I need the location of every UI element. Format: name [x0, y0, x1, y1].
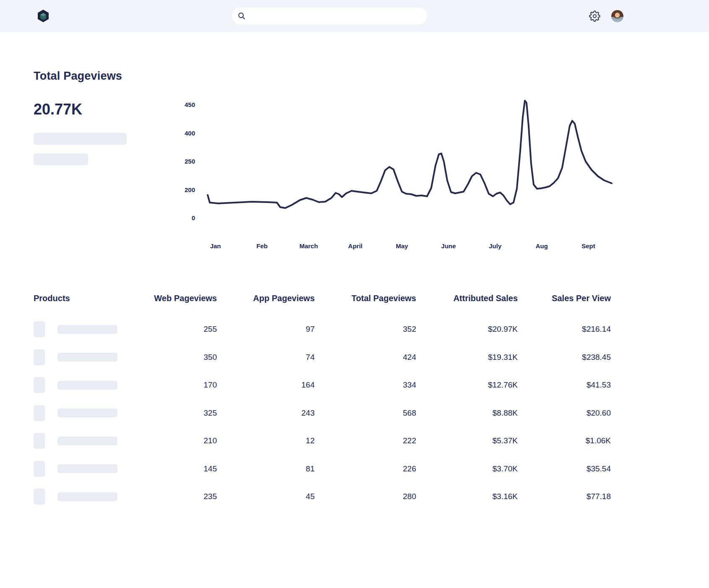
product-thumb-placeholder [34, 377, 45, 393]
topbar [0, 0, 709, 32]
table-row: 35074424$19.31K$238.45 [34, 343, 611, 372]
column-header-sales-per-view: Sales Per View [518, 294, 611, 303]
product-name-placeholder [57, 408, 117, 417]
cell-sales-per-view: $238.45 [518, 353, 611, 362]
column-header-attributed-sales: Attributed Sales [416, 294, 518, 303]
product-cell [34, 349, 117, 365]
column-header-web-pageviews: Web Pageviews [117, 294, 217, 303]
product-name-placeholder [57, 464, 117, 473]
cell-total-pageviews: 424 [315, 353, 416, 362]
cell-app-pageviews: 81 [217, 464, 315, 474]
product-thumb-placeholder [34, 405, 45, 421]
cell-web-pageviews: 235 [117, 492, 217, 501]
column-header-products: Products [34, 294, 117, 303]
product-name-placeholder [57, 325, 117, 334]
y-tick-label: 450 [185, 101, 195, 108]
pageviews-line [208, 101, 612, 208]
search-icon [238, 12, 245, 20]
cell-total-pageviews: 280 [315, 492, 416, 501]
search-input[interactable] [249, 8, 421, 24]
table-row: 14581226$3.70K$35.54 [34, 455, 611, 483]
text-placeholder-1 [34, 133, 127, 145]
cell-total-pageviews: 334 [315, 380, 416, 390]
product-cell [34, 405, 117, 421]
y-tick-label: 200 [185, 187, 195, 193]
y-tick-label: 250 [185, 158, 195, 165]
cell-attributed-sales: $8.88K [416, 408, 518, 418]
text-placeholder-2 [34, 154, 88, 165]
cell-app-pageviews: 74 [217, 353, 315, 362]
cell-sales-per-view: $35.54 [518, 464, 611, 474]
cell-attributed-sales: $3.70K [416, 464, 518, 474]
cell-attributed-sales: $20.97K [416, 325, 518, 334]
x-tick-label: May [378, 242, 425, 250]
column-header-app-pageviews: App Pageviews [217, 294, 315, 303]
cell-total-pageviews: 226 [315, 464, 416, 474]
cell-sales-per-view: $216.14 [518, 325, 611, 334]
cell-sales-per-view: $20.60 [518, 408, 611, 418]
search-bar [232, 8, 427, 24]
table-body: 25597352$20.97K$216.1435074424$19.31K$23… [34, 315, 611, 511]
table-header-row: ProductsWeb PageviewsApp PageviewsTotal … [34, 289, 611, 307]
product-thumb-placeholder [34, 461, 45, 477]
cell-app-pageviews: 45 [217, 492, 315, 501]
product-cell [34, 489, 117, 505]
table-row: 23545280$3.16K$77.18 [34, 483, 611, 511]
dashboard-page: Total Pageviews 20.77K 4504002502000 Jan… [0, 0, 709, 588]
cell-web-pageviews: 170 [117, 380, 217, 390]
page-title: Total Pageviews [34, 70, 122, 83]
y-axis-ticks: 4504002502000 [176, 101, 195, 221]
table-row: 170164334$12.76K$41.53 [34, 371, 611, 399]
cell-web-pageviews: 325 [117, 408, 217, 418]
product-thumb-placeholder [34, 321, 45, 337]
cell-attributed-sales: $12.76K [416, 380, 518, 390]
cell-total-pageviews: 568 [315, 408, 416, 418]
cell-total-pageviews: 222 [315, 436, 416, 445]
cell-web-pageviews: 210 [117, 436, 217, 445]
x-tick-label: June [425, 242, 472, 250]
total-pageviews-value: 20.77K [34, 101, 82, 118]
x-axis-ticks: JanFebMarchAprilMayJuneJulyAugSept [192, 242, 612, 250]
column-header-total-pageviews: Total Pageviews [315, 294, 416, 303]
product-cell [34, 321, 117, 337]
app-logo-icon[interactable] [36, 9, 50, 23]
pageviews-chart [201, 96, 621, 226]
product-cell [34, 433, 117, 449]
cell-app-pageviews: 164 [217, 380, 315, 390]
cell-sales-per-view: $1.06K [518, 436, 611, 445]
cell-app-pageviews: 12 [217, 436, 315, 445]
cell-attributed-sales: $19.31K [416, 353, 518, 362]
cell-app-pageviews: 243 [217, 408, 315, 418]
product-name-placeholder [57, 353, 117, 362]
cell-web-pageviews: 145 [117, 464, 217, 474]
cell-sales-per-view: $77.18 [518, 492, 611, 501]
x-tick-label: Feb [239, 242, 285, 250]
product-cell [34, 377, 117, 393]
product-name-placeholder [57, 437, 117, 445]
product-name-placeholder [57, 492, 117, 501]
y-tick-label: 400 [185, 130, 195, 137]
settings-gear-icon[interactable] [589, 10, 600, 22]
user-avatar[interactable] [611, 10, 624, 23]
table-row: 25597352$20.97K$216.14 [34, 315, 611, 343]
product-cell [34, 461, 117, 477]
table-row: 325243568$8.88K$20.60 [34, 399, 611, 427]
x-tick-label: March [285, 242, 332, 250]
cell-web-pageviews: 350 [117, 353, 217, 362]
x-tick-label: Aug [519, 242, 565, 250]
x-tick-label: July [472, 242, 519, 250]
product-thumb-placeholder [34, 489, 45, 505]
cell-sales-per-view: $41.53 [518, 380, 611, 390]
table-row: 21012222$5.37K$1.06K [34, 427, 611, 455]
cell-attributed-sales: $5.37K [416, 436, 518, 445]
cell-attributed-sales: $3.16K [416, 492, 518, 501]
cell-total-pageviews: 352 [315, 325, 416, 334]
x-tick-label: April [332, 242, 378, 250]
y-tick-label: 0 [192, 215, 195, 221]
x-tick-label: Sept [565, 242, 612, 250]
products-table: ProductsWeb PageviewsApp PageviewsTotal … [34, 289, 611, 511]
cell-app-pageviews: 97 [217, 325, 315, 334]
product-thumb-placeholder [34, 433, 45, 449]
product-name-placeholder [57, 381, 117, 390]
cell-web-pageviews: 255 [117, 325, 217, 334]
